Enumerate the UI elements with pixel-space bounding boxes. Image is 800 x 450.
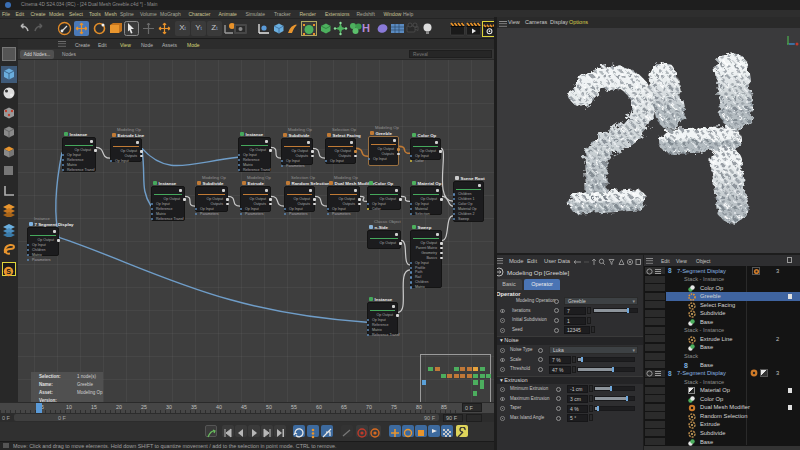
svg-text:S: S — [6, 267, 11, 274]
